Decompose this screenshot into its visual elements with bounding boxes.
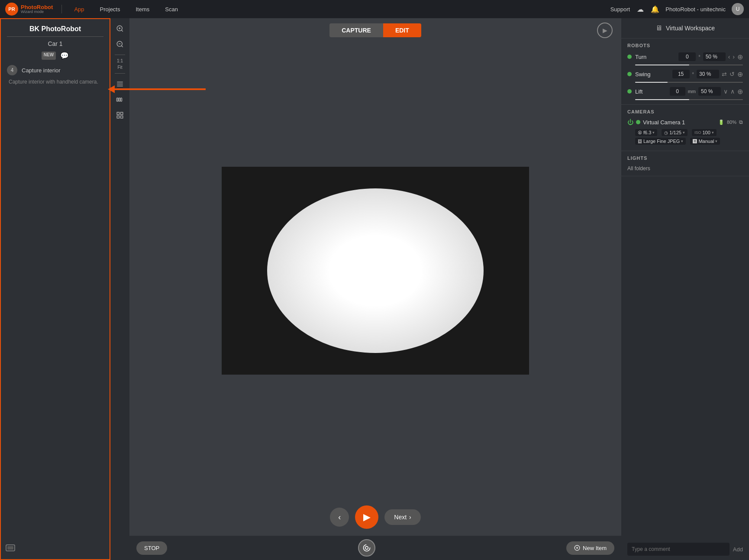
ratio-label[interactable]: 1:1 — [117, 58, 123, 63]
prev-button[interactable]: ‹ — [330, 508, 349, 527]
swing-row: Swing ° ⇄ ↺ ⊕ — [627, 70, 743, 78]
bottom-controls: ‹ ▶ Next › — [129, 498, 621, 536]
nav-app[interactable]: App — [71, 4, 87, 14]
battery-percent: 80% — [727, 120, 736, 125]
svg-rect-18 — [121, 116, 123, 118]
toolbar-separator-2 — [115, 73, 125, 74]
lift-up-button[interactable]: ∧ — [730, 88, 735, 95]
turn-row: Turn ° ‹ › ⊕ — [627, 52, 743, 61]
nav-divider — [61, 5, 62, 13]
swing-percent-input[interactable] — [697, 70, 719, 78]
lift-slider-track[interactable] — [635, 99, 743, 100]
logo-icon: PR — [5, 3, 18, 16]
camera-power-icon[interactable]: ⏻ — [627, 119, 633, 126]
fit-label[interactable]: Fit — [117, 65, 122, 70]
zoom-in-button[interactable] — [113, 22, 127, 36]
turn-slider-row — [635, 65, 743, 65]
svg-rect-1 — [7, 546, 13, 550]
mode-icon: 🅼 — [693, 139, 697, 144]
nav-projects[interactable]: Projects — [97, 4, 124, 14]
lift-percent-input[interactable] — [698, 87, 721, 96]
monitor-icon: 🖥 — [655, 24, 662, 32]
step-desc: Capture interior with handheld camera. — [7, 79, 103, 85]
swing-unit: ° — [692, 71, 694, 77]
next-arrow-icon: › — [409, 514, 411, 521]
format-setting[interactable]: 🖼 Large Fine JPEG ▾ — [635, 138, 686, 145]
tab-edit[interactable]: EDIT — [383, 23, 421, 37]
avatar[interactable]: U — [732, 3, 744, 15]
nav-support[interactable]: Support — [610, 6, 630, 13]
bell-icon[interactable]: 🔔 — [651, 5, 659, 13]
play-preview-button[interactable]: ▶ — [597, 23, 613, 38]
svg-rect-17 — [117, 116, 119, 118]
nav-right: Support ☁ 🔔 PhotoRobot - unitechnic U — [610, 3, 744, 15]
new-item-button[interactable]: New Item — [566, 541, 614, 555]
tab-capture[interactable]: CAPTURE — [329, 23, 383, 37]
cloud-icon[interactable]: ☁ — [636, 5, 645, 13]
turn-slider-fill — [635, 65, 689, 65]
filmstrip-button[interactable] — [113, 93, 127, 107]
layout-button[interactable] — [113, 77, 127, 91]
next-button[interactable]: Next › — [384, 509, 420, 525]
step-label: Capture interior — [22, 67, 61, 74]
left-panel-content: BK PhotoRobot Car 1 NEW 💬 4 Capture inte… — [1, 19, 110, 91]
swing-rotate-icon[interactable]: ↺ — [730, 71, 735, 78]
lift-target-icon[interactable]: ⊕ — [737, 87, 743, 96]
swing-slider-track[interactable] — [635, 82, 743, 83]
turn-percent-input[interactable] — [703, 52, 726, 61]
capture-photo-button[interactable] — [358, 539, 375, 557]
swing-slider-fill — [635, 82, 668, 83]
grid-button[interactable] — [113, 108, 127, 122]
camera-settings-row-1: ⦿ f6.3 ▾ ◷ 1/125 ▾ ISO 100 ▾ — [635, 129, 743, 136]
comment-section: Add — [621, 538, 749, 560]
swing-flip-icon[interactable]: ⇄ — [722, 71, 727, 78]
format-value: Large Fine JPEG — [643, 139, 680, 144]
swing-status-dot — [627, 72, 632, 76]
shutter-setting[interactable]: ◷ 1/125 ▾ — [662, 129, 688, 136]
aperture-setting[interactable]: ⦿ f6.3 ▾ — [635, 129, 657, 136]
turn-next-button[interactable]: › — [733, 53, 735, 60]
lift-slider-row — [635, 99, 743, 100]
nav-items[interactable]: Items — [132, 4, 153, 14]
project-title: BK PhotoRobot — [7, 25, 103, 33]
center-top-bar: CAPTURE EDIT ▶ — [129, 18, 621, 42]
lift-status-dot — [627, 89, 632, 94]
shoe-background — [267, 188, 484, 353]
swing-target-icon[interactable]: ⊕ — [737, 70, 743, 78]
stop-button[interactable]: STOP — [136, 541, 167, 555]
new-item-label: New Item — [583, 545, 607, 551]
lift-row: Lift mm ∨ ∧ ⊕ — [627, 87, 743, 96]
camera-expand-icon[interactable]: ⧉ — [739, 119, 743, 125]
toolbar: 1:1 Fit — [110, 18, 129, 560]
turn-slider-track[interactable] — [635, 65, 743, 65]
lift-down-button[interactable]: ∨ — [723, 88, 728, 95]
zoom-out-button[interactable] — [113, 37, 127, 51]
bottom-thumbnail — [5, 543, 16, 555]
turn-prev-button[interactable]: ‹ — [728, 53, 730, 60]
iso-setting[interactable]: ISO 100 ▾ — [692, 129, 717, 136]
nav-user[interactable]: PhotoRobot - unitechnic — [665, 6, 726, 13]
add-comment-button[interactable]: Add — [733, 546, 743, 553]
logo-text: PhotoRobot Wizard mode — [21, 4, 53, 14]
image-area — [129, 42, 621, 498]
play-button[interactable]: ▶ — [355, 505, 378, 529]
aperture-icon: ⦿ — [638, 130, 642, 135]
mode-setting[interactable]: 🅼 Manual ▾ — [690, 138, 720, 145]
turn-value-input[interactable] — [678, 52, 696, 61]
swing-value-input[interactable] — [672, 70, 690, 78]
capture-edit-tabs: CAPTURE EDIT — [329, 23, 421, 37]
lights-folders: All folders — [627, 165, 650, 172]
workspace-title: Virtual Workspace — [666, 25, 715, 32]
turn-target-icon[interactable]: ⊕ — [737, 53, 743, 61]
svg-rect-16 — [121, 112, 123, 114]
left-panel: BK PhotoRobot Car 1 NEW 💬 4 Capture inte… — [0, 18, 110, 560]
turn-status-dot — [627, 55, 632, 59]
comment-icon[interactable]: 💬 — [60, 52, 69, 60]
nav-scan[interactable]: Scan — [161, 4, 181, 14]
lift-controls: mm ∨ ∧ ⊕ — [670, 87, 743, 96]
turn-unit: ° — [698, 54, 700, 59]
shutter-icon: ◷ — [664, 130, 668, 135]
lift-value-input[interactable] — [670, 87, 685, 96]
cameras-section: CAMERAS ⏻ Virtual Camera 1 🔋 80% ⧉ ⦿ f6.… — [621, 105, 749, 151]
comment-input[interactable] — [627, 543, 730, 556]
